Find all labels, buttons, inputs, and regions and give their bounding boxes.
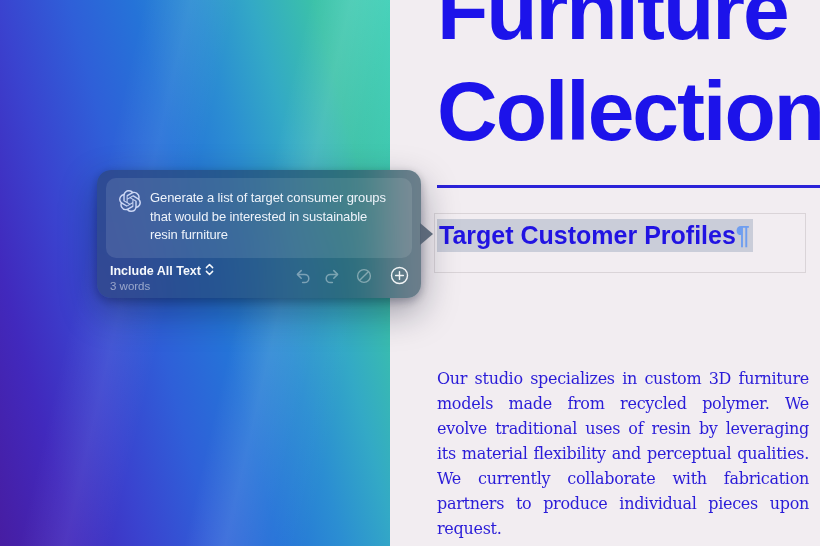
popup-toolbar: Include All Text 3 words — [97, 258, 421, 298]
retry-button[interactable] — [354, 267, 374, 287]
prompt-bubble: Generate a list of target consumer group… — [106, 178, 412, 258]
word-count: 3 words — [110, 280, 214, 292]
redo-button[interactable] — [322, 267, 342, 287]
up-down-chevrons-icon — [205, 263, 214, 279]
section-heading-text[interactable]: Target Customer Profiles — [439, 221, 736, 249]
plus-circle-icon — [389, 265, 410, 289]
document-page: Furniture Collection Target Customer Pro… — [390, 0, 820, 546]
body-paragraph[interactable]: Our studio specializes in custom 3D furn… — [437, 366, 809, 541]
openai-logo-icon — [119, 190, 141, 216]
screenshot-root: Furniture Collection Target Customer Pro… — [0, 0, 820, 546]
slashed-circle-icon — [355, 267, 373, 288]
redo-icon — [323, 267, 341, 288]
section-heading[interactable]: Target Customer Profiles¶ — [437, 219, 753, 252]
divider-rule — [437, 185, 820, 188]
prompt-text: Generate a list of target consumer group… — [150, 189, 386, 245]
undo-button[interactable] — [293, 267, 313, 287]
add-button[interactable] — [389, 267, 409, 287]
document-title-line-1[interactable]: Furniture — [437, 0, 820, 61]
document-title[interactable]: Furniture Collection — [437, 0, 820, 162]
ai-assistant-popup: Generate a list of target consumer group… — [97, 170, 421, 298]
context-selector[interactable]: Include All Text 3 words — [110, 263, 214, 292]
document-title-line-2[interactable]: Collection — [437, 61, 820, 162]
context-selector-label: Include All Text — [110, 264, 201, 278]
popup-arrow — [420, 223, 433, 245]
undo-icon — [294, 267, 312, 288]
pilcrow-mark: ¶ — [736, 221, 750, 249]
